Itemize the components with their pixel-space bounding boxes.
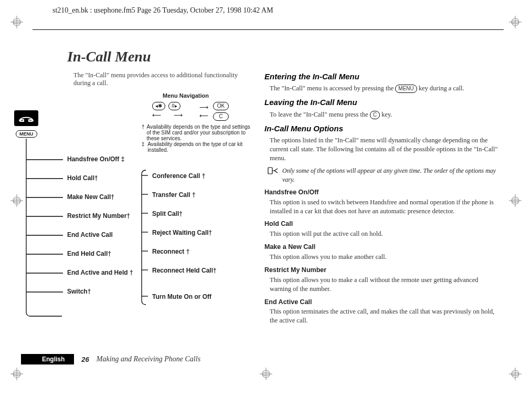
option-heading: End Active Call [264,298,499,307]
body-text: This option allows you to make a call wi… [270,276,499,294]
menu-item: Split Call† [152,210,183,217]
menu-item: Transfer Call † [152,191,196,199]
language-badge: English [21,354,74,364]
crop-mark-icon [10,16,23,28]
c-key-icon: C [213,112,229,121]
menu-item: Conference Call † [152,172,205,180]
menu-item: Reconnect † [152,248,189,255]
menu-item: Handsfree On/Off ‡ [67,155,124,163]
menu-item: End Held Call† [67,250,111,257]
body-text: This option terminates the active call, … [270,307,499,325]
page-header-meta: st210_en.bk : usephone.fm5 Page 26 Tuesd… [52,6,490,15]
menu-navigation-diagram: Menu Navigation ◂✱ #▸ ⟵ ⟶ ⟶ ⟵ OK C [42,92,252,324]
note-text: Only some of the options will appear at … [282,166,499,183]
section-heading: Leaving the In-Call Menu [264,97,499,108]
body-text: The options listed in the "In-Call" menu… [270,136,499,163]
page-title: In-Call Menu [67,48,499,65]
body-text: This option is used to switch between Ha… [270,198,499,216]
section-heading: Entering the In-Call Menu [264,71,499,82]
intro-text: The "In-Call" menu provides access to ad… [73,71,252,87]
menu-item: End Active and Held † [67,269,133,276]
crop-mark-icon [260,368,272,380]
option-heading: Handsfree On/Off [264,188,499,197]
note-hand-icon [268,166,279,183]
menu-item: Make New Call† [67,193,114,201]
menu-item: Reconnect Held Call† [152,267,217,274]
hash-key-icon: #▸ [168,102,180,110]
menu-key-icon: MENU [395,85,417,93]
tree-bracket-icon [21,139,252,328]
option-heading: Make a New Call [264,243,499,252]
phone-handset-icon [14,110,38,126]
menu-item: Switch† [67,288,91,295]
body-text: This option allows you to make another c… [270,253,499,262]
crop-mark-icon [509,16,522,28]
crop-mark-icon [509,194,522,207]
page-number: 26 [81,356,89,363]
menu-item: Turn Mute On or Off [152,293,211,300]
body-text: This option will put the active call on … [270,230,499,238]
body-text: To leave the "In-Call" menu press the C … [270,110,499,119]
footer-chapter-title: Making and Receiving Phone Calls [97,355,200,363]
crop-mark-icon [509,368,522,380]
crop-mark-icon [10,368,23,380]
menu-item: End Active Call [67,231,113,238]
right-arrow-icon: ⟶ [199,103,208,111]
menu-item: Restrict My Number† [67,212,130,220]
c-key-icon: C [370,111,380,119]
star-key-icon: ◂✱ [152,102,165,110]
menu-item: Reject Waiting Call† [152,229,212,236]
section-heading: In-Call Menu Options [264,123,499,134]
option-heading: Hold Call [264,220,499,228]
right-arrow-icon: ⟶ [174,111,183,119]
left-arrow-icon: ⟵ [152,111,161,119]
left-arrow-icon: ⟵ [199,111,208,120]
menu-item: Hold Call† [67,174,98,182]
option-heading: Restrict My Number [264,266,499,275]
svg-rect-28 [268,168,272,174]
menu-key-icon: MENU [16,130,37,138]
page-footer: English 26 Making and Receiving Phone Ca… [42,354,499,364]
horizontal-rule [33,29,504,30]
body-text: The "In-Call" menu is accessed by pressi… [270,84,499,93]
diagram-title: Menu Navigation [163,92,209,99]
ok-key-icon: OK [213,102,229,110]
note-callout: Only some of the options will appear at … [268,166,499,183]
